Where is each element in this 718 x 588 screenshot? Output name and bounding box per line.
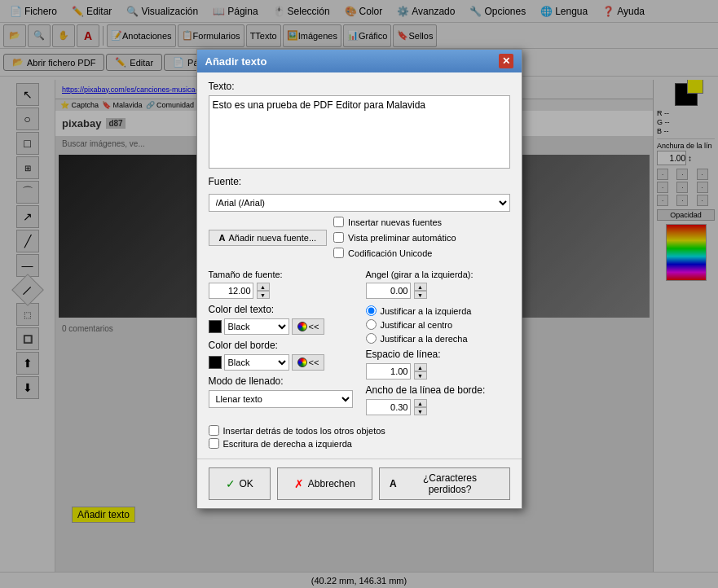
text-input[interactable] [209, 95, 510, 169]
check-rtl-row[interactable]: Escritura de derecha a izquierda [209, 438, 510, 449]
border-width-label: Ancho de la línea de borde: [366, 384, 510, 396]
btn-chars[interactable]: A ¿Caracteres perdidos? [379, 467, 510, 500]
check-behind[interactable] [209, 425, 219, 436]
justify-right-radio[interactable] [366, 333, 377, 344]
border-color-select[interactable]: Black [224, 354, 289, 371]
text-color-picker-btn[interactable]: << [292, 318, 325, 335]
fill-mode-select[interactable]: Llenar texto [209, 390, 353, 408]
angle-row: Angel (girar a la izquierda): [366, 270, 510, 279]
check-unicode-row[interactable]: Codificación Unicode [333, 248, 456, 258]
check-insert-row[interactable]: Insertar nuevas fuentes [333, 217, 456, 227]
line-spacing-input[interactable] [366, 363, 411, 380]
col-left: Tamaño de fuente: ▲ ▼ Color del texto: [209, 266, 353, 419]
border-width-input-row: ▲ ▼ [366, 399, 510, 415]
add-font-btn[interactable]: A Añadir nueva fuente... [209, 230, 328, 246]
font-size-input[interactable] [209, 283, 253, 299]
font-size-down[interactable]: ▼ [257, 291, 270, 299]
bottom-checkboxes: Insertar detrás de todos los otros objet… [209, 425, 510, 449]
add-font-icon: A [219, 233, 226, 243]
justify-left-radio[interactable] [366, 305, 377, 316]
fill-mode-section: Modo de llenado: Llenar texto [209, 375, 353, 408]
font-select[interactable]: /Arial (/Arial) [209, 194, 510, 212]
border-color-label: Color del borde: [209, 340, 353, 351]
dialog-title-bar: Añadir texto ✕ [197, 50, 522, 72]
angle-input-row: ▲ ▼ [366, 283, 510, 299]
text-color-row: Black << [209, 318, 353, 335]
line-spacing-label: Espacio de línea: [366, 349, 510, 360]
cancel-x-icon: ✗ [294, 477, 304, 490]
justify-radio-group: Justificar a la izquierda Justificar al … [366, 305, 510, 344]
angle-label: Angel (girar a la izquierda): [366, 270, 474, 279]
border-width-section: Ancho de la línea de borde: ▲ ▼ [366, 384, 510, 415]
dialog-overlay: Añadir texto ✕ Texto: Fuente: /Arial (/A… [0, 0, 718, 588]
border-color-picker-btn[interactable]: << [292, 354, 325, 371]
two-col-layout: Tamaño de fuente: ▲ ▼ Color del texto: [209, 266, 510, 419]
dialog-title-text: Añadir texto [205, 55, 267, 68]
color-circle-icon-2 [297, 358, 307, 367]
check-preview[interactable] [333, 232, 344, 243]
dialog-close-btn[interactable]: ✕ [499, 54, 513, 68]
checkboxes-right: Insertar nuevas fuentes Vista preliminar… [333, 215, 456, 260]
justify-center-radio[interactable] [366, 319, 377, 330]
check-insert-fonts[interactable] [333, 217, 344, 227]
text-section-label: Texto: [209, 81, 510, 92]
line-spacing-spinners: ▲ ▼ [414, 363, 427, 380]
border-width-up[interactable]: ▲ [414, 399, 427, 407]
dialog-buttons: ✓ OK ✗ Abbrechen A ¿Caracteres perdidos? [197, 459, 522, 508]
border-width-input[interactable] [366, 399, 411, 415]
line-spacing-section: Espacio de línea: ▲ ▼ [366, 349, 510, 380]
font-size-spinners: ▲ ▼ [257, 283, 270, 299]
app-window: 📄 Fichero ✏️ Editar 🔍 Visualización 📖 Pá… [0, 0, 718, 588]
check-behind-row[interactable]: Insertar detrás de todos los otros objet… [209, 425, 510, 436]
justify-right-row[interactable]: Justificar a la derecha [366, 333, 510, 344]
justify-center-row[interactable]: Justificar al centro [366, 319, 510, 330]
ok-check-icon: ✓ [226, 477, 236, 490]
font-controls-row: A Añadir nueva fuente... Insertar nuevas… [209, 215, 510, 260]
angle-up[interactable]: ▲ [414, 283, 427, 291]
font-size-up[interactable]: ▲ [257, 283, 270, 291]
justify-left-row[interactable]: Justificar a la izquierda [366, 305, 510, 316]
font-row: /Arial (/Arial) [209, 194, 510, 212]
font-size-label: Tamaño de fuente: [209, 270, 283, 279]
border-width-down[interactable]: ▼ [414, 407, 427, 415]
line-spacing-input-row: ▲ ▼ [366, 363, 510, 380]
text-color-section: Color del texto: Black << [209, 304, 353, 335]
text-color-swatch[interactable] [209, 320, 222, 333]
border-color-swatch[interactable] [209, 356, 222, 369]
check-preview-row[interactable]: Vista preliminar automático [333, 232, 456, 243]
border-color-section: Color del borde: Black << [209, 340, 353, 371]
check-unicode[interactable] [333, 248, 344, 258]
justify-section: Justificar a la izquierda Justificar al … [366, 305, 510, 344]
font-size-input-row: ▲ ▼ [209, 283, 353, 299]
chars-icon: A [390, 478, 397, 489]
text-color-label: Color del texto: [209, 304, 353, 315]
btn-cancel[interactable]: ✗ Abbrechen [277, 467, 372, 500]
color-circle-icon [297, 322, 307, 331]
angle-input[interactable] [366, 283, 411, 299]
dialog-add-text: Añadir texto ✕ Texto: Fuente: /Arial (/A… [196, 49, 522, 509]
check-rtl[interactable] [209, 438, 219, 449]
border-width-spinners: ▲ ▼ [414, 399, 427, 415]
col-right: Angel (girar a la izquierda): ▲ ▼ [366, 266, 510, 419]
angle-spinners: ▲ ▼ [414, 283, 427, 299]
line-spacing-up[interactable]: ▲ [414, 363, 427, 371]
angle-down[interactable]: ▼ [414, 291, 427, 299]
btn-ok[interactable]: ✓ OK [209, 467, 271, 500]
line-spacing-down[interactable]: ▼ [414, 371, 427, 380]
font-section-label: Fuente: [209, 176, 510, 187]
font-size-row: Tamaño de fuente: [209, 270, 353, 279]
fill-mode-label: Modo de llenado: [209, 375, 353, 387]
text-color-select[interactable]: Black [224, 318, 289, 335]
border-color-row: Black << [209, 354, 353, 371]
dialog-body: Texto: Fuente: /Arial (/Arial) A Añadir … [197, 72, 522, 459]
font-section: Fuente: /Arial (/Arial) A Añadir nueva f… [209, 176, 510, 260]
